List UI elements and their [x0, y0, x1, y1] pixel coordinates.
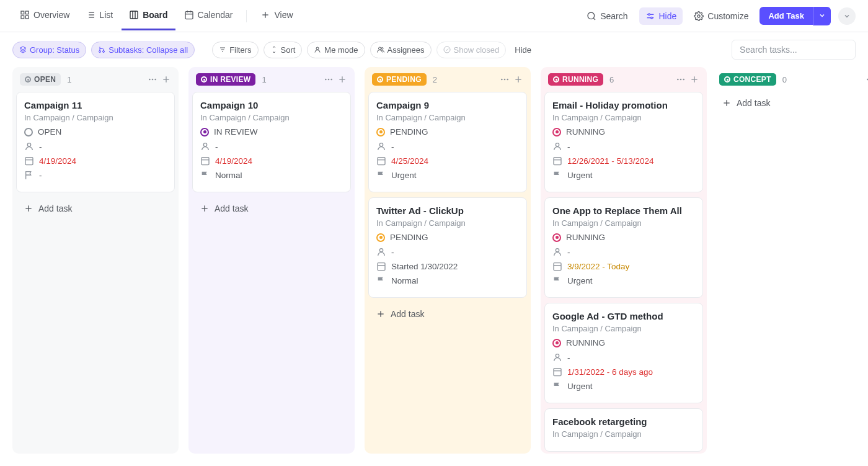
column-count: 0 — [782, 75, 787, 84]
svg-point-47 — [328, 79, 330, 81]
more-icon[interactable] — [500, 74, 510, 84]
svg-point-51 — [203, 143, 206, 146]
top-nav: Overview List Board Calendar View Search… — [0, 0, 868, 32]
filters-chip[interactable]: Filters — [212, 42, 258, 58]
task-card[interactable]: One App to Replace Them All In Campaign … — [544, 197, 703, 298]
search-button[interactable]: Search — [580, 7, 634, 25]
task-card[interactable]: Twitter Ad - ClickUp In Campaign / Campa… — [368, 197, 527, 298]
customize-label: Customize — [707, 11, 748, 21]
svg-point-48 — [330, 79, 332, 81]
tab-board[interactable]: Board — [122, 1, 175, 30]
card-path: In Campaign / Campaign — [376, 218, 519, 228]
card-priority: Urgent — [567, 171, 593, 180]
svg-point-46 — [325, 79, 327, 81]
plus-icon — [24, 204, 33, 213]
sort-icon — [270, 46, 278, 53]
show-closed-chip[interactable]: Show closed — [436, 42, 507, 58]
add-task-label: Add task — [391, 309, 424, 319]
svg-point-71 — [683, 79, 684, 81]
task-card[interactable]: Google Ad - GTD method In Campaign / Cam… — [544, 303, 703, 403]
card-priority: Normal — [215, 171, 242, 180]
tab-overview[interactable]: Overview — [12, 1, 77, 30]
user-menu[interactable] — [838, 7, 856, 25]
svg-point-24 — [650, 17, 652, 19]
status-name: IN REVIEW — [210, 75, 250, 84]
sort-chip[interactable]: Sort — [264, 42, 303, 58]
subtasks-chip[interactable]: Subtasks: Collapse all — [91, 42, 195, 58]
plus-icon[interactable] — [337, 74, 347, 84]
add-task-button[interactable]: Add task — [16, 197, 175, 220]
task-card[interactable]: Campaign 11 In Campaign / Campaign OPEN … — [16, 92, 175, 192]
card-title: Email - Holiday promotion — [552, 100, 695, 110]
add-task-button[interactable]: Add task — [717, 92, 868, 114]
svg-marker-26 — [20, 47, 26, 50]
more-icon[interactable] — [676, 74, 686, 84]
more-icon[interactable] — [324, 74, 334, 84]
status-pill[interactable]: RUNNING — [548, 73, 603, 86]
hide-link[interactable]: Hide — [515, 45, 531, 55]
tab-calendar[interactable]: Calendar — [177, 1, 241, 30]
task-card[interactable]: Campaign 10 In Campaign / Campaign IN RE… — [192, 92, 351, 192]
add-task-label: Add task — [215, 204, 248, 213]
card-path: In Campaign / Campaign — [552, 324, 695, 333]
hide-button[interactable]: Hide — [639, 7, 683, 25]
add-task-dropdown[interactable] — [813, 7, 831, 25]
svg-point-80 — [556, 354, 559, 357]
group-chip[interactable]: Group: Status — [12, 42, 86, 58]
add-task-button-group: Add Task — [760, 7, 831, 25]
plus-icon[interactable] — [513, 74, 523, 84]
me-mode-chip[interactable]: Me mode — [307, 42, 365, 58]
add-task-button[interactable]: Add Task — [760, 7, 813, 25]
svg-point-36 — [149, 79, 151, 81]
card-assignee: - — [391, 142, 394, 151]
card-priority: Urgent — [391, 171, 417, 180]
card-status: IN REVIEW — [214, 127, 258, 137]
card-path: In Campaign / Campaign — [552, 218, 695, 228]
assignees-chip[interactable]: Assignees — [370, 42, 432, 58]
stack-icon — [19, 46, 27, 53]
tab-label: Calendar — [198, 10, 233, 20]
tab-label: Board — [143, 10, 167, 20]
column-count: 1 — [67, 75, 71, 84]
card-priority: Urgent — [567, 382, 593, 391]
assignee-icon — [552, 141, 562, 151]
status-ring-icon — [24, 128, 33, 137]
task-card[interactable]: Email - Holiday promotion In Campaign / … — [544, 92, 703, 192]
add-task-button[interactable]: Add task — [192, 197, 351, 220]
assignee-icon — [552, 247, 562, 257]
status-pill[interactable]: CONCEPT — [719, 73, 776, 86]
customize-button[interactable]: Customize — [688, 7, 755, 25]
column-header: IN REVIEW 1 — [188, 67, 355, 92]
card-title: One App to Replace Them All — [552, 205, 695, 216]
column-count: 6 — [609, 75, 614, 84]
card-assignee: - — [39, 142, 42, 151]
search-tasks-input[interactable] — [732, 40, 856, 60]
plus-icon[interactable] — [161, 74, 171, 84]
status-pill[interactable]: PENDING — [372, 73, 427, 86]
plus-icon[interactable] — [689, 74, 699, 84]
hide-label: Hide — [659, 11, 677, 21]
more-icon[interactable] — [866, 74, 868, 84]
svg-point-27 — [99, 51, 101, 53]
chip-label: Sort — [281, 45, 296, 55]
more-icon[interactable] — [148, 74, 157, 84]
add-task-label: Add task — [38, 204, 72, 213]
status-pill[interactable]: OPEN — [20, 73, 61, 86]
svg-rect-52 — [202, 158, 209, 165]
card-status: OPEN — [38, 127, 61, 137]
task-card[interactable]: Facebook retargeting In Campaign / Campa… — [544, 408, 703, 452]
tab-add-view[interactable]: View — [253, 1, 300, 30]
tab-label: Overview — [33, 10, 69, 20]
status-pill[interactable]: IN REVIEW — [196, 73, 255, 86]
users-icon — [377, 46, 384, 53]
status-name: OPEN — [34, 75, 56, 84]
svg-point-23 — [648, 14, 650, 16]
gear-icon — [694, 11, 704, 21]
calendar-icon — [552, 156, 562, 166]
calendar-icon — [376, 261, 386, 271]
filter-icon — [219, 46, 226, 53]
add-task-button[interactable]: Add task — [368, 303, 527, 325]
tab-list[interactable]: List — [78, 1, 120, 30]
task-card[interactable]: Campaign 9 In Campaign / Campaign PENDIN… — [368, 92, 527, 192]
card-date: 12/26/2021 - 5/13/2024 — [567, 156, 654, 166]
